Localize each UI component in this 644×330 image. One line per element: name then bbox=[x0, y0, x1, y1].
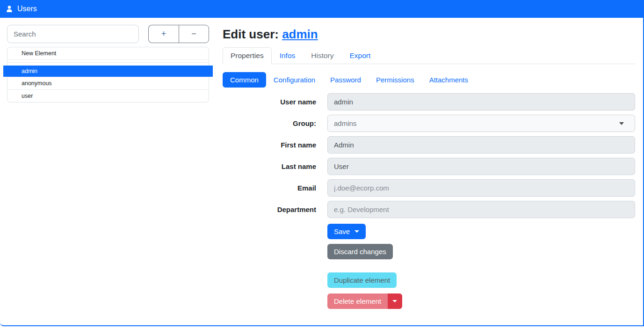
list-toolbar: + − bbox=[148, 25, 209, 43]
app-title: Users bbox=[17, 5, 37, 13]
group-label: Group: bbox=[223, 119, 316, 127]
remove-element-button[interactable]: − bbox=[179, 25, 209, 43]
main-tabs: Properties Infos History Export bbox=[223, 47, 635, 64]
action-buttons: Save Discard changes Duplicate element D… bbox=[327, 222, 635, 309]
delete-split-button: Delete element bbox=[327, 293, 402, 309]
discard-changes-button[interactable]: Discard changes bbox=[327, 244, 393, 259]
pill-permissions[interactable]: Permissions bbox=[369, 72, 422, 88]
list-item-user[interactable]: user bbox=[7, 89, 209, 102]
pill-password[interactable]: Password bbox=[323, 72, 369, 88]
group-select-value: admins bbox=[334, 119, 356, 127]
list-item-anonymous[interactable]: anonymous bbox=[7, 77, 209, 89]
email-field[interactable] bbox=[327, 179, 635, 197]
department-label: Department bbox=[223, 205, 316, 213]
edited-user-link[interactable]: admin bbox=[282, 27, 318, 41]
pill-configuration[interactable]: Configuration bbox=[266, 72, 323, 88]
tab-infos[interactable]: Infos bbox=[272, 47, 304, 64]
user-list: New Element admin anonymous user bbox=[7, 47, 209, 103]
firstname-label: First name bbox=[223, 141, 316, 149]
group-select[interactable]: admins bbox=[327, 115, 635, 132]
search-input[interactable] bbox=[7, 25, 139, 43]
save-button-label: Save bbox=[334, 227, 350, 235]
email-label: Email bbox=[223, 184, 316, 192]
page-title-prefix: Edit user: bbox=[223, 27, 282, 41]
tab-history: History bbox=[303, 47, 341, 64]
list-item-admin[interactable]: admin bbox=[3, 66, 213, 77]
tab-export[interactable]: Export bbox=[342, 47, 379, 64]
lastname-field[interactable] bbox=[327, 158, 635, 175]
pill-attachments[interactable]: Attachments bbox=[422, 72, 476, 88]
delete-dropdown-toggle[interactable] bbox=[388, 293, 402, 309]
username-field[interactable] bbox=[327, 93, 635, 110]
department-field[interactable] bbox=[327, 201, 635, 218]
section-pills: Common Configuration Password Permission… bbox=[223, 72, 635, 88]
username-label: User name bbox=[223, 98, 316, 106]
list-item-new-element[interactable]: New Element bbox=[7, 47, 209, 59]
pill-common[interactable]: Common bbox=[223, 72, 266, 88]
app-window: Users + − New Element admin anonymous us… bbox=[0, 0, 644, 326]
chevron-down-icon bbox=[619, 122, 624, 125]
list-gap bbox=[7, 62, 209, 66]
user-icon bbox=[6, 5, 13, 13]
sidebar: + − New Element admin anonymous user bbox=[0, 18, 216, 110]
chevron-down-icon bbox=[392, 300, 397, 302]
main-panel: Edit user: admin Properties Infos Histor… bbox=[216, 18, 643, 309]
tab-properties[interactable]: Properties bbox=[223, 47, 272, 64]
firstname-field[interactable] bbox=[327, 136, 635, 154]
delete-element-button: Delete element bbox=[327, 293, 388, 309]
chevron-down-icon bbox=[355, 230, 359, 233]
lastname-label: Last name bbox=[223, 162, 316, 170]
app-header: Users bbox=[0, 0, 643, 18]
save-button[interactable]: Save bbox=[327, 224, 366, 239]
duplicate-element-button: Duplicate element bbox=[327, 272, 397, 288]
page-title: Edit user: admin bbox=[223, 27, 635, 42]
add-element-button[interactable]: + bbox=[148, 25, 179, 43]
